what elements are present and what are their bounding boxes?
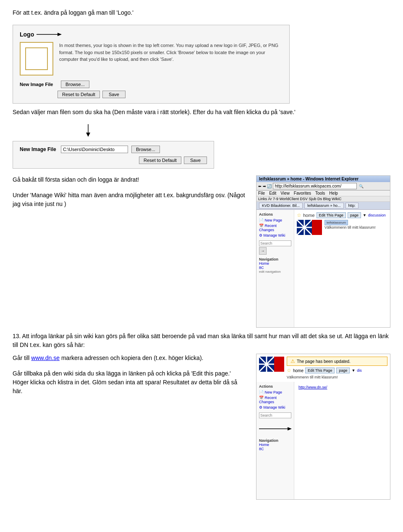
new-image-label: New Image File	[20, 82, 58, 87]
new-image-label-2: New Image File	[20, 146, 58, 152]
sidebar-search-input-2[interactable]	[259, 412, 291, 418]
browser-menu-1: File Edit View Favorites Tools Help	[256, 190, 390, 196]
dn-link[interactable]: www.dn.se	[31, 355, 60, 361]
browser-titlebar-1: leifsklassrum » home - Windows Internet …	[256, 176, 390, 182]
nav-edit-1[interactable]: edit navigation	[259, 270, 291, 274]
browse-button-2[interactable]: Browse...	[131, 146, 160, 153]
browser-sidebar-1: Actions 📄 New Page 📅 Recent Changes ⚙ Ma…	[256, 210, 294, 327]
warning-icon: ⚠	[290, 358, 295, 364]
page-btn-2[interactable]: page	[336, 368, 350, 373]
section13-row: Går till www.dn.se markera adressen och …	[13, 354, 390, 500]
nav-title-2: Navigation	[259, 438, 291, 443]
new-image-screenshot-section: New Image File C:\Users\Dominic\Deskto B…	[13, 124, 390, 169]
home-link-1[interactable]: home	[303, 213, 315, 218]
sidebar-recent-changes-2[interactable]: 📅 Recent Changes	[259, 396, 291, 404]
browser-screenshot-2: ⚠ The page has been updated. ☆ home Edit…	[256, 354, 390, 500]
leif-badge-1: leifsklassrum	[324, 220, 348, 225]
edit-this-page-btn-2[interactable]: Edit This Page	[305, 368, 335, 373]
welcome-text-1: Välkommenn till mitt klassrum!	[324, 225, 376, 229]
logo-screenshot-box: Logo In most themes, your logo is shown …	[13, 25, 290, 104]
nav-home-1[interactable]: Home	[259, 261, 291, 266]
file-path-input[interactable]: C:\Users\Dominic\Deskto	[61, 146, 128, 153]
section13-text-col: Går till www.dn.se markera adressen och …	[13, 354, 248, 396]
browser-body-1: Actions 📄 New Page 📅 Recent Changes ⚙ Ma…	[256, 210, 390, 327]
section13-text: 13. Att infoga länkar på sin wiki kan gö…	[13, 332, 390, 349]
section-step2: Sedan väljer man filen som du ska ha (De…	[13, 108, 390, 117]
save-button-1[interactable]: Save	[102, 91, 126, 98]
step2-text: Sedan väljer man filen som du ska ha (De…	[13, 108, 390, 117]
sidebar-search-input-1[interactable]	[259, 240, 291, 246]
nav-section-2: Navigation Home 8C	[259, 438, 291, 451]
sidebar-search-button-1[interactable]: →	[259, 247, 267, 255]
browser-content-1: ☆ home Edit This Page page ▼ discussion	[294, 210, 390, 327]
browser-tabs-1: KVD Bilauktioner. Bil... leifsklassrum »…	[256, 202, 390, 210]
intro-heading: För att t.ex. ändra på loggan gå man til…	[13, 8, 390, 17]
svg-marker-13	[288, 427, 292, 430]
arrow-url-svg	[259, 422, 293, 435]
discussion-link-1[interactable]: discussion	[368, 213, 386, 217]
section3-text: Gå bakåt till första sidan och din logga…	[13, 175, 248, 184]
welcome-text-2: Välkommenn till mitt klassrum!	[287, 375, 387, 379]
browser-screenshot-1: leifsklassrum » home - Windows Internet …	[256, 175, 390, 328]
nav-title-1: Navigation	[259, 257, 291, 261]
browser2-right-col: ⚠ The page has been updated. ☆ home Edit…	[287, 357, 387, 379]
section-intro: För att t.ex. ändra på loggan gå man til…	[13, 8, 390, 17]
sidebar-manage-wiki-2[interactable]: ⚙ Manage Wiki	[259, 405, 291, 409]
actions-title-2: Actions	[259, 384, 291, 389]
sidebar-recent-changes-1[interactable]: 📅 Recent Changes	[259, 224, 291, 232]
save-button-2[interactable]: Save	[184, 156, 207, 164]
menu-file[interactable]: File	[258, 191, 265, 196]
menu-favorites[interactable]: Favorites	[294, 191, 311, 196]
star-icon-2: ☆	[287, 368, 291, 373]
sidebar-manage-wiki-1[interactable]: ⚙ Manage Wiki	[259, 233, 291, 237]
browser-sidebar-2: Actions 📄 New Page 📅 Recent Changes ⚙ Ma…	[256, 382, 294, 499]
section4-text1: Under 'Manage Wiki' hitta man även andra…	[13, 191, 248, 209]
browser2-body: Actions 📄 New Page 📅 Recent Changes ⚙ Ma…	[256, 382, 390, 499]
arrow-logo	[37, 30, 62, 39]
dn-link-text: Går till www.dn.se markera adressen och …	[13, 354, 248, 362]
logo-description-text: In most themes, your logo is shown in th…	[59, 42, 283, 63]
browser-tab-2[interactable]: leifsklassrum » ho...	[304, 203, 344, 209]
actions-title-1: Actions	[259, 212, 291, 216]
edit-this-page-btn-1[interactable]: Edit This Page	[317, 212, 346, 218]
arrow-new-image	[46, 124, 130, 137]
nav-8c-2[interactable]: 8C	[259, 447, 291, 451]
browser-address-1[interactable]: http://leifsklassrum.wikispaces.com/	[273, 183, 357, 189]
update-text: The page has been updated.	[297, 359, 351, 364]
nav-home-2[interactable]: Home	[259, 443, 291, 447]
browse-button-1[interactable]: Browse...	[61, 81, 89, 88]
logo-image-placeholder	[20, 42, 53, 76]
nav-8c-1[interactable]: 8C	[259, 266, 291, 270]
menu-edit[interactable]: Edit	[269, 191, 276, 196]
discussion-link-2[interactable]: dis	[357, 368, 362, 373]
section3-row: Gå bakåt till första sidan och din logga…	[13, 175, 390, 328]
update-banner: ⚠ The page has been updated.	[287, 357, 387, 366]
browser-toolbar-1: ⬅ ➡ 🔄 http://leifsklassrum.wikispaces.co…	[256, 182, 390, 190]
dn-url-display[interactable]: http://www.dn.se/	[297, 384, 387, 390]
flag-image-1	[297, 220, 322, 235]
home-link-2[interactable]: home	[293, 368, 304, 373]
browser-tab-3[interactable]: http:	[345, 203, 359, 209]
page-btn-1[interactable]: page	[348, 212, 361, 218]
svg-marker-3	[86, 133, 90, 137]
menu-help[interactable]: Help	[329, 191, 338, 196]
sidebar-new-page-2[interactable]: 📄 New Page	[259, 390, 291, 394]
home-bar-1: ☆ home Edit This Page page ▼ discussion	[297, 212, 387, 218]
reset-default-button-1[interactable]: Reset to Default	[58, 91, 100, 98]
svg-marker-1	[58, 33, 62, 36]
logo-label: Logo	[20, 31, 34, 38]
browser-content-2: http://www.dn.se/	[294, 382, 390, 499]
sidebar-new-page-1[interactable]: 📄 New Page	[259, 218, 291, 222]
flag-image-2	[259, 357, 284, 372]
section3-text-col: Gå bakåt till första sidan och din logga…	[13, 175, 248, 209]
star-icon-1: ☆	[297, 212, 301, 218]
menu-tools[interactable]: Tools	[315, 191, 325, 196]
reset-default-button-2[interactable]: Reset to Default	[139, 156, 181, 164]
browser-tab-1[interactable]: KVD Bilauktioner. Bil...	[259, 203, 303, 209]
goes-to-text: Går till	[13, 355, 31, 361]
arrow-to-url	[259, 422, 291, 436]
menu-view[interactable]: View	[280, 191, 290, 196]
browser2-home-bar: ☆ home Edit This Page page ▼ dis	[287, 368, 387, 373]
browser-links-bar-1: Links Är 7-9 WorldClient DSV Sjub Ds Blo…	[256, 196, 390, 202]
section13: 13. Att infoga länkar på sin wiki kan gö…	[13, 332, 390, 349]
